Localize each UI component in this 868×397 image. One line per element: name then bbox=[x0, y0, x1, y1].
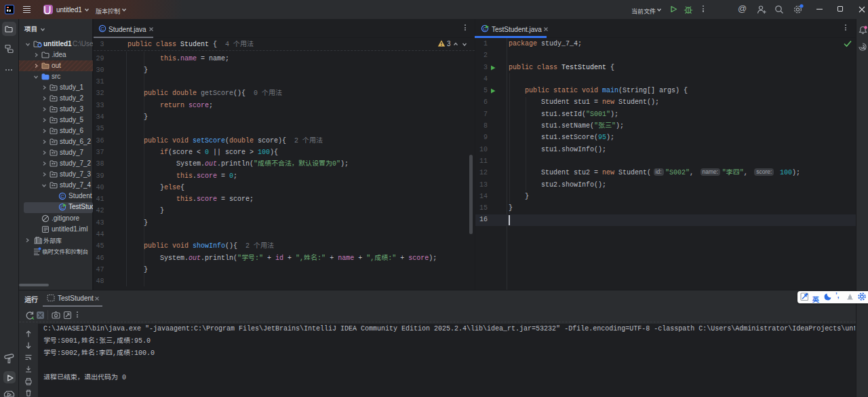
svg-text:C: C bbox=[60, 193, 64, 200]
svg-text:C: C bbox=[100, 26, 104, 32]
